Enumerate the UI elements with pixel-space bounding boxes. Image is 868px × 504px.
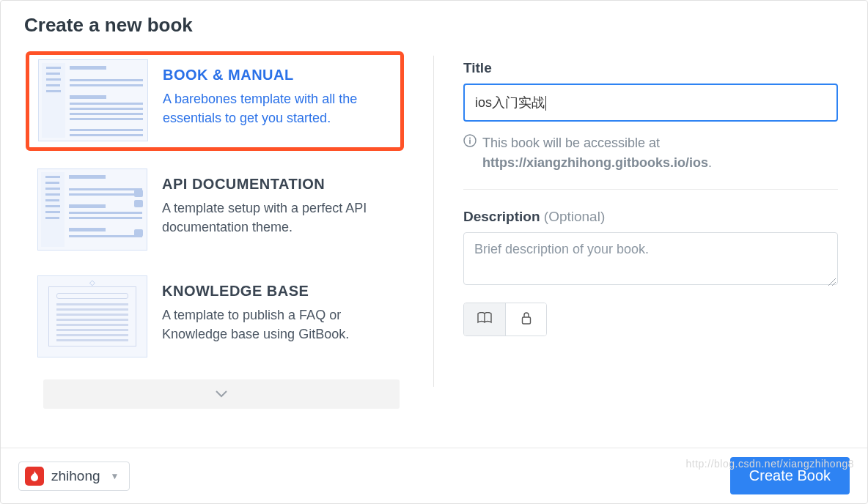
svg-line-3 [828,278,836,286]
template-thumb: ◇ [37,275,147,357]
caret-down-icon: ▼ [111,471,119,481]
visibility-public-button[interactable] [464,303,505,336]
lock-icon [521,311,532,327]
svg-rect-5 [522,317,530,324]
template-book-manual[interactable]: BOOK & MANUAL A barebones template with … [26,51,404,151]
owner-dropdown[interactable]: zhihong ▼ [18,462,130,491]
accessibility-hint: This book will be accessible at https://… [463,133,838,173]
visibility-private-button[interactable] [505,303,546,336]
owner-name: zhihong [51,468,100,484]
visibility-toggle [463,303,547,336]
column-divider [433,56,434,387]
template-title: KNOWLEDGE BASE [162,283,395,300]
description-label: Description (Optional) [463,209,838,225]
template-desc: A barebones template with all the essent… [163,89,393,127]
chevron-down-icon [216,388,227,401]
resize-handle[interactable] [827,274,836,283]
show-more-templates[interactable] [43,379,400,409]
main-area: Create a new book [1,1,867,448]
create-book-dialog: Create a new book [0,0,868,504]
info-icon [463,133,477,173]
create-book-button[interactable]: Create Book [730,457,850,494]
title-input[interactable]: ios入门实战 [463,84,838,122]
svg-rect-2 [469,140,471,144]
template-title: API DOCUMENTATION [162,176,395,193]
template-desc: A template setup with a perfect API docu… [162,199,395,237]
book-form: Title ios入门实战 This book will be accessib… [463,51,845,409]
page-title: Create a new book [24,14,845,37]
template-knowledge-base[interactable]: ◇ KNOWLEDGE BASE A template to publish a… [26,268,404,365]
title-label: Title [463,60,838,76]
svg-point-1 [469,138,471,139]
dialog-footer: zhihong ▼ Create Book [1,448,867,503]
flame-icon [25,467,44,486]
template-title: BOOK & MANUAL [163,67,393,84]
svg-line-4 [832,282,836,286]
template-api-documentation[interactable]: API DOCUMENTATION A template setup with … [26,161,404,258]
template-thumb [37,168,147,251]
template-thumb [38,59,148,141]
book-icon [477,312,492,327]
template-list: BOOK & MANUAL A barebones template with … [23,51,404,409]
template-desc: A template to publish a FAQ or Knowledge… [162,305,395,344]
description-input[interactable]: Brief description of your book. [463,232,838,285]
